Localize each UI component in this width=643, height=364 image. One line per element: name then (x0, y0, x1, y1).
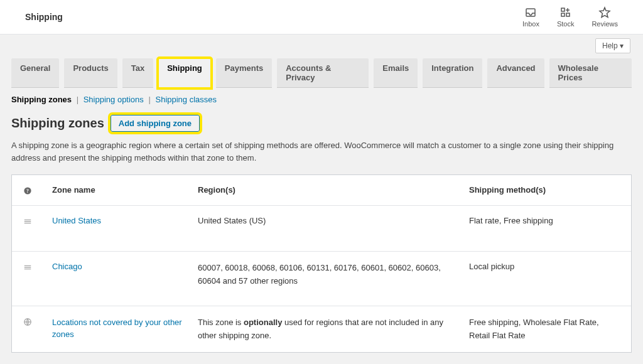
table-row: Locations not covered by your other zone… (12, 306, 631, 353)
zone-regions: United States (US) (198, 216, 469, 225)
stock-label: Stock (557, 20, 575, 28)
help-button[interactable]: Help ▾ (595, 38, 630, 53)
section-heading: Shipping zones (11, 116, 104, 131)
svg-rect-2 (561, 13, 565, 16)
settings-tabs: General Products Tax Shipping Payments A… (11, 58, 632, 88)
zones-table: ? Zone name Region(s) Shipping method(s)… (11, 174, 632, 353)
inbox-icon (524, 6, 537, 19)
globe-icon (23, 316, 52, 326)
table-row: United States United States (US) Flat ra… (12, 206, 631, 252)
reviews-label: Reviews (592, 20, 618, 28)
shipping-subnav: Shipping zones | Shipping options | Ship… (11, 88, 632, 111)
add-shipping-zone-button[interactable]: Add shipping zone (111, 115, 200, 132)
subnav-classes[interactable]: Shipping classes (155, 95, 217, 104)
zone-regions: 60007, 60018, 60068, 60106, 60131, 60176… (198, 262, 469, 288)
col-region: Region(s) (198, 185, 469, 195)
tab-wholesale-prices[interactable]: Wholesale Prices (549, 58, 632, 88)
subnav-zones[interactable]: Shipping zones (11, 95, 72, 104)
zone-methods: Free shipping, Wholesale Flat Rate, Reta… (469, 316, 620, 343)
heading-row: Shipping zones Add shipping zone (11, 115, 632, 132)
grid-plus-icon (559, 6, 572, 19)
tab-products[interactable]: Products (64, 58, 117, 88)
svg-rect-3 (566, 13, 570, 16)
page-title: Shipping (25, 12, 63, 22)
reviews-button[interactable]: Reviews (592, 6, 618, 28)
zone-methods: Local pickup (469, 262, 620, 271)
zone-link[interactable]: Locations not covered by your other zone… (52, 318, 182, 340)
tab-advanced[interactable]: Advanced (487, 58, 544, 88)
drag-handle[interactable] (23, 262, 52, 272)
tab-integration[interactable]: Integration (423, 58, 482, 88)
zone-link[interactable]: Chicago (52, 262, 82, 271)
help-icon[interactable]: ? (23, 185, 52, 195)
topbar: Shipping Inbox Stock Reviews (0, 0, 643, 35)
subnav-options[interactable]: Shipping options (84, 95, 144, 104)
tab-tax[interactable]: Tax (122, 58, 153, 88)
stock-button[interactable]: Stock (557, 6, 575, 28)
drag-handle[interactable] (23, 216, 52, 226)
tab-payments[interactable]: Payments (216, 58, 272, 88)
zone-link[interactable]: United States (52, 216, 101, 225)
col-zone-name: Zone name (52, 185, 198, 195)
table-header: ? Zone name Region(s) Shipping method(s) (12, 175, 631, 206)
tab-emails[interactable]: Emails (374, 58, 418, 88)
table-row: Chicago 60007, 60018, 60068, 60106, 6013… (12, 252, 631, 306)
star-icon (598, 6, 611, 19)
section-description: A shipping zone is a geographic region w… (11, 139, 632, 164)
zone-methods: Flat rate, Free shipping (469, 216, 620, 225)
svg-text:?: ? (26, 188, 29, 194)
tab-general[interactable]: General (11, 58, 59, 88)
col-methods: Shipping method(s) (469, 185, 620, 195)
inbox-button[interactable]: Inbox (522, 6, 539, 28)
page-body: Help ▾ General Products Tax Shipping Pay… (0, 35, 643, 353)
svg-rect-1 (561, 8, 565, 11)
topbar-actions: Inbox Stock Reviews (522, 6, 618, 28)
help-wrap: Help ▾ (11, 35, 632, 57)
inbox-label: Inbox (522, 20, 539, 28)
tab-shipping[interactable]: Shipping (158, 58, 211, 88)
zone-regions: This zone is optionally used for regions… (198, 316, 469, 343)
tab-accounts-privacy[interactable]: Accounts & Privacy (277, 58, 369, 88)
